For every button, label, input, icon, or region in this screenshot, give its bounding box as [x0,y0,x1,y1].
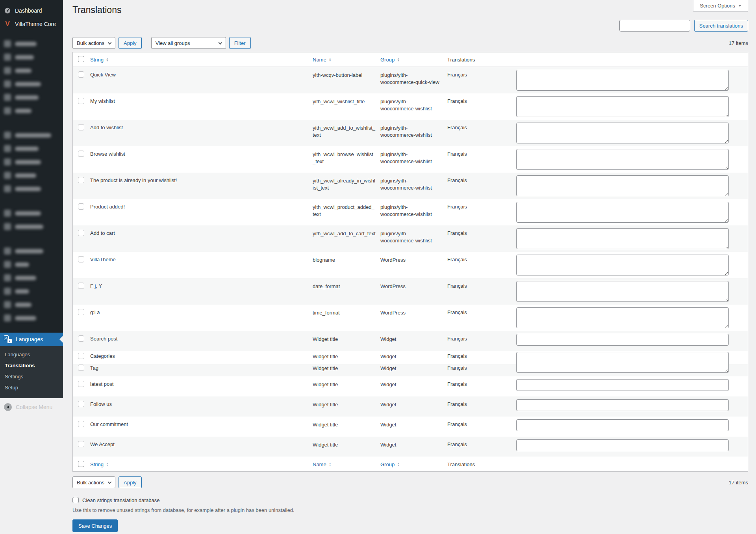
table-row: Add to wishlist yith_wcwl_add_to_wishlis… [73,120,748,146]
search-translations-input[interactable] [619,20,690,32]
filter-button[interactable]: Filter [229,37,251,49]
redacted-menu-icon [4,107,11,114]
row-translation-cell [516,305,748,331]
translation-textarea[interactable] [516,228,729,249]
column-header-group[interactable]: Group▲▼ [380,57,400,63]
translation-textarea[interactable] [516,123,729,143]
submenu-item-setup[interactable]: Setup [0,382,63,393]
redacted-menu-icon [4,314,11,322]
redacted-menu-icon [4,54,11,61]
row-checkbox[interactable] [78,381,84,387]
translation-textarea[interactable] [516,202,729,223]
cell-group: plugins/yith-woocommerce-wishlist [380,146,447,173]
redacted-menu-item[interactable] [0,155,63,169]
row-translation-cell [516,376,748,396]
translation-textarea[interactable] [516,307,729,328]
select-all-checkbox[interactable] [78,56,84,62]
translation-input[interactable] [516,419,729,431]
sidebar-item-villatheme-core[interactable]: V VillaTheme Core [0,17,63,31]
row-checkbox[interactable] [78,230,84,236]
row-checkbox[interactable] [78,71,84,78]
redacted-menu-item[interactable] [0,311,63,325]
translation-input[interactable] [516,399,729,411]
row-checkbox[interactable] [78,177,84,183]
groups-filter-select[interactable]: View all groups [151,37,226,49]
apply-button[interactable]: Apply [119,37,142,49]
cell-name: blogname [313,252,380,278]
column-header-name[interactable]: Name▲▼ [313,57,332,63]
translation-textarea[interactable] [516,352,729,373]
redacted-menu-item[interactable] [0,64,63,77]
redacted-menu-item[interactable] [0,91,63,104]
redacted-menu-item[interactable] [0,77,63,91]
redacted-menu-item[interactable] [0,220,63,233]
search-translations-button[interactable]: Search translations [694,20,748,32]
cell-language: Français [447,173,516,199]
row-checkbox[interactable] [78,256,84,262]
table-row: Search post Widget title Widget Français [73,331,748,351]
redacted-menu-item[interactable] [0,182,63,195]
column-header-string[interactable]: String▲▼ [90,461,109,467]
translation-textarea[interactable] [516,255,729,275]
row-checkbox[interactable] [78,309,84,315]
translation-input[interactable] [516,379,729,391]
clean-strings-checkbox[interactable] [72,497,79,503]
cell-language: Français [447,120,516,146]
cell-language: Français [447,396,516,417]
row-checkbox[interactable] [78,401,84,407]
row-checkbox[interactable] [78,124,84,130]
table-row: We Accept Widget title Widget Français [73,437,748,457]
apply-button[interactable]: Apply [119,476,142,488]
bulk-actions-select[interactable]: Bulk actions [72,37,115,49]
translation-textarea[interactable] [516,149,729,170]
row-checkbox[interactable] [78,203,84,210]
redacted-menu-item[interactable] [0,298,63,311]
redacted-menu-item[interactable] [0,169,63,182]
submenu-item-settings[interactable]: Settings [0,371,63,382]
bulk-actions-select[interactable]: Bulk actions [72,476,115,488]
submenu-item-languages[interactable]: Languages [0,349,63,360]
redacted-menu-item[interactable] [0,207,63,220]
translation-textarea[interactable] [516,175,729,196]
sidebar-item-languages[interactable]: A ★ Languages [0,333,63,346]
column-header-name[interactable]: Name▲▼ [313,461,332,467]
column-header-string[interactable]: String▲▼ [90,57,109,63]
sidebar-item-dashboard[interactable]: Dashboard [0,4,63,17]
row-checkbox[interactable] [78,335,84,342]
row-checkbox[interactable] [78,151,84,157]
cell-name: yith_wcwl_browse_wishlist_text [313,146,380,173]
screen-options-button[interactable]: Screen Options [693,0,748,12]
translation-input[interactable] [516,439,729,451]
submenu-item-translations[interactable]: Translations [0,360,63,371]
redacted-menu-icon [4,274,11,281]
row-checkbox[interactable] [78,98,84,104]
redacted-menu-item[interactable] [0,271,63,285]
translation-textarea[interactable] [516,281,729,302]
column-header-group[interactable]: Group▲▼ [380,461,400,467]
table-row: Quick View yith-wcqv-button-label plugin… [73,67,748,93]
row-checkbox[interactable] [78,441,84,447]
select-all-checkbox[interactable] [78,461,84,467]
save-changes-button[interactable]: Save Changes [72,519,118,532]
cell-name: yith_wcwl_add_to_wishlist_text [313,120,380,146]
groups-filter-label: View all groups [156,40,190,46]
row-checkbox[interactable] [78,283,84,289]
redacted-menu-item[interactable] [0,258,63,271]
translation-input[interactable] [516,334,729,346]
redacted-menu-item[interactable] [0,104,63,117]
translation-textarea[interactable] [516,96,729,117]
redacted-menu-item[interactable] [0,128,63,142]
table-header-row: String▲▼ Name▲▼ Group▲▼ Translations [73,52,748,67]
translation-textarea[interactable] [516,70,729,91]
row-checkbox[interactable] [78,421,84,427]
table-body: Quick View yith-wcqv-button-label plugin… [73,67,748,457]
collapse-menu-button[interactable]: Collapse Menu [0,400,63,414]
redacted-menu-item[interactable] [0,244,63,258]
row-checkbox[interactable] [78,353,84,359]
redacted-menu-item[interactable] [0,285,63,298]
cell-name: Widget title [313,376,380,396]
redacted-menu-item[interactable] [0,142,63,155]
redacted-menu-item[interactable] [0,50,63,64]
redacted-menu-item[interactable] [0,37,63,50]
row-translation-cell [516,417,748,437]
